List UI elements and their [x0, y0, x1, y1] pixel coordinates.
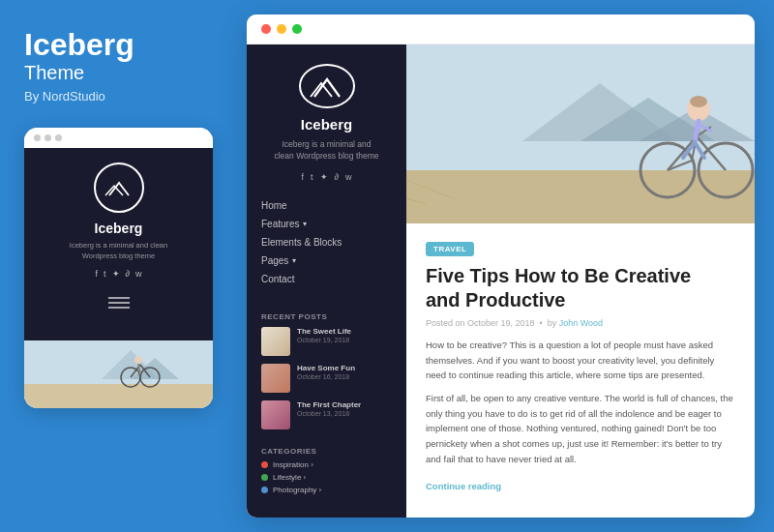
mobile-brand-name: Iceberg [95, 221, 143, 236]
article-tag: TRAVEL [426, 242, 474, 256]
brand-title: Iceberg [24, 29, 213, 60]
mobile-hamburger [108, 295, 130, 310]
mobile-dot-2 [45, 134, 51, 141]
post-info-2: Have Some Fun October 16, 2018 [297, 364, 355, 380]
ig-icon: ✦ [112, 269, 120, 279]
continue-reading-link[interactable]: Continue reading [426, 481, 501, 491]
svg-rect-1 [24, 384, 213, 408]
nav-home[interactable]: Home [261, 196, 392, 215]
fb-icon: f [96, 269, 99, 279]
post-title-1: The Sweet Life [297, 327, 351, 337]
cat-label-photography: Photography › [273, 486, 321, 494]
categories-title: CATEGORIES [261, 447, 392, 456]
article-body: How to be creative? This is a question a… [426, 338, 735, 466]
tk-icon: ∂ [126, 269, 130, 279]
mobile-bike-scene [24, 340, 213, 408]
cat-dot-photography [261, 487, 268, 493]
nav-pages-arrow: ▾ [292, 256, 296, 265]
sidebar-wp-icon: w [345, 172, 352, 182]
post-title-3: The First Chapter [297, 400, 361, 410]
mobile-logo [94, 163, 144, 213]
post-info-3: The First Chapter October 13, 2018 [297, 400, 361, 417]
post-date-2: October 16, 2018 [297, 373, 355, 380]
nav-contact[interactable]: Contact [261, 270, 392, 288]
svg-point-25 [690, 96, 707, 107]
svg-point-8 [134, 356, 142, 364]
mobile-dot-3 [55, 134, 62, 141]
article-body-p2: First of all, be open to any creative ve… [426, 391, 735, 466]
sidebar-logo [299, 64, 355, 108]
mobile-content: Iceberg Iceberg is a minimal and cleanWo… [24, 148, 213, 340]
mobile-mockup: Iceberg Iceberg is a minimal and cleanWo… [24, 128, 213, 408]
svg-rect-14 [406, 170, 755, 223]
tw-icon: t [104, 269, 106, 279]
category-lifestyle: Lifestyle › [261, 473, 392, 482]
wp-icon: w [135, 269, 142, 279]
nav-pages-label: Pages [261, 255, 288, 266]
mobile-social-icons: f t ✦ ∂ w [96, 269, 142, 279]
post-info-1: The Sweet Life October 19, 2018 [297, 327, 351, 343]
post-date-1: October 19, 2018 [297, 337, 351, 343]
brand-by: By NordStudio [24, 89, 213, 103]
mobile-image-strip [24, 340, 213, 408]
cat-label-lifestyle: Lifestyle › [273, 473, 306, 482]
post-thumb-3 [261, 400, 290, 429]
recent-post-3: The First Chapter October 13, 2018 [261, 400, 392, 429]
sidebar-social-icons: f t ✦ ∂ w [302, 172, 352, 182]
sidebar-tw-icon: t [311, 172, 313, 182]
nav-features-arrow: ▾ [303, 220, 307, 228]
nav-contact-label: Contact [261, 274, 294, 284]
author-link[interactable]: John Wood [559, 318, 603, 328]
sidebar-tk-icon: ∂ [335, 172, 339, 182]
nav-home-label: Home [261, 200, 287, 211]
sidebar-brand-name: Iceberg [301, 116, 352, 133]
nav-elements-label: Elements & Blocks [261, 237, 342, 248]
cat-dot-lifestyle [261, 474, 268, 481]
post-thumb-1 [261, 327, 290, 356]
browser-dot-yellow [277, 24, 286, 34]
site-main: TRAVEL Five Tips How to Be Creativeand P… [406, 44, 755, 517]
recent-post-2: Have Some Fun October 16, 2018 [261, 364, 392, 393]
recent-posts-title: RECENT POSTS [261, 312, 392, 321]
sidebar-fb-icon: f [302, 172, 305, 182]
post-date-3: October 13, 2018 [297, 410, 361, 417]
category-photography: Photography › [261, 486, 392, 494]
recent-post-1: The Sweet Life October 19, 2018 [261, 327, 392, 356]
mobile-brand-desc: Iceberg is a minimal and cleanWordpress … [70, 241, 167, 261]
browser-body: Iceberg Iceberg is a minimal andclean Wo… [247, 44, 755, 517]
mobile-dot-1 [34, 134, 41, 141]
right-panel: Iceberg Iceberg is a minimal andclean Wo… [237, 0, 774, 532]
site-sidebar: Iceberg Iceberg is a minimal andclean Wo… [247, 44, 406, 517]
mobile-titlebar [24, 128, 213, 148]
article-body-p1: How to be creative? This is a question a… [426, 338, 735, 383]
browser-window: Iceberg Iceberg is a minimal andclean Wo… [247, 15, 755, 517]
post-thumb-2 [261, 364, 290, 393]
browser-dot-red [261, 24, 271, 34]
browser-dot-green [292, 24, 302, 34]
brand-subtitle: Theme [24, 62, 213, 84]
nav-elements[interactable]: Elements & Blocks [261, 233, 392, 251]
sidebar-nav: Home Features ▾ Elements & Blocks Pages … [261, 196, 392, 288]
post-title-2: Have Some Fun [297, 364, 355, 373]
nav-features[interactable]: Features ▾ [261, 215, 392, 233]
nav-features-label: Features [261, 219, 299, 229]
hero-image [406, 44, 755, 223]
sidebar-brand-desc: Iceberg is a minimal andclean Wordpress … [274, 138, 378, 163]
browser-titlebar [247, 15, 755, 44]
article-content: TRAVEL Five Tips How to Be Creativeand P… [406, 223, 755, 517]
sidebar-ig-icon: ✦ [320, 172, 328, 182]
nav-pages[interactable]: Pages ▾ [261, 251, 392, 270]
cat-dot-inspiration [261, 461, 268, 468]
left-panel: Iceberg Theme By NordStudio Iceberg Iceb… [0, 0, 237, 532]
article-meta: Posted on October 19, 2018 • by John Woo… [426, 318, 735, 328]
article-title: Five Tips How to Be Creativeand Producti… [426, 264, 735, 312]
category-inspiration: Inspiration › [261, 460, 392, 469]
cat-label-inspiration: Inspiration › [273, 460, 313, 469]
